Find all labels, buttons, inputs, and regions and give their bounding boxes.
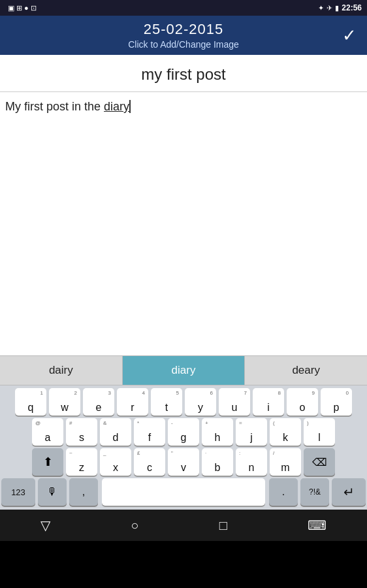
notification-icon-4: ⊡ (31, 4, 37, 12)
key-x[interactable]: _x (100, 448, 131, 476)
period-key[interactable]: . (269, 478, 298, 506)
key-a[interactable]: @a (32, 418, 63, 446)
key-y[interactable]: 6y (185, 388, 216, 416)
key-i[interactable]: 8i (253, 388, 284, 416)
battery-icon: ▮ (335, 4, 339, 12)
key-e[interactable]: 3e (83, 388, 114, 416)
key-r[interactable]: 4r (117, 388, 148, 416)
enter-key[interactable]: ↵ (332, 478, 366, 506)
recents-button[interactable]: □ (219, 518, 227, 533)
back-button[interactable]: ▽ (40, 517, 50, 533)
status-bar: ▣ ⊞ ● ⊡ ✦ ✈ ▮ 22:56 (0, 0, 367, 16)
key-v[interactable]: "v (168, 448, 199, 476)
autocomplete-bar[interactable]: dairy diary deary (0, 355, 367, 385)
keyboard-row-2: @a #s &d *f -g +h =j (k )l (1, 418, 366, 446)
key-u[interactable]: 7u (219, 388, 250, 416)
key-q[interactable]: 1q (15, 388, 46, 416)
airplane-icon: ✈ (327, 4, 332, 12)
key-l[interactable]: )l (304, 418, 335, 446)
notification-icon-2: ⊞ (16, 4, 22, 12)
comma-key[interactable]: , (69, 478, 98, 506)
nav-bar: ▽ ○ □ ⌨ (0, 510, 367, 541)
key-f[interactable]: *f (134, 418, 165, 446)
numbers-key[interactable]: 123 (1, 478, 35, 506)
home-button[interactable]: ○ (131, 518, 138, 533)
keyboard-button[interactable]: ⌨ (308, 517, 327, 533)
mic-key[interactable]: 🎙 (38, 478, 67, 506)
key-n[interactable]: :n (236, 448, 267, 476)
post-body-word: diary (104, 100, 129, 113)
header-date: 25-02-2015 (144, 21, 224, 38)
header-subtitle[interactable]: Click to Add/Change Image (128, 39, 239, 50)
status-left-icons: ▣ ⊞ ● ⊡ (5, 4, 315, 12)
header-bar[interactable]: 25-02-2015 Click to Add/Change Image ✓ (0, 16, 367, 55)
post-title: my first post (0, 55, 367, 91)
key-t[interactable]: 5t (151, 388, 182, 416)
delete-key[interactable]: ⌫ (304, 448, 335, 476)
key-j[interactable]: =j (236, 418, 267, 446)
notification-icon-3: ● (24, 4, 29, 12)
autocomplete-dairy[interactable]: dairy (0, 356, 123, 385)
keyboard-row-1: 1q 2w 3e 4r 5t 6y 7u 8i 9o 0p (1, 388, 366, 416)
key-p[interactable]: 0p (321, 388, 352, 416)
notification-icon-1: ▣ (8, 4, 14, 12)
key-c[interactable]: £c (134, 448, 165, 476)
special-chars-key[interactable]: ?!& (300, 478, 329, 506)
key-w[interactable]: 2w (49, 388, 80, 416)
content-area: my first post My first post in the diary (0, 55, 367, 355)
key-z[interactable]: ~z (66, 448, 97, 476)
key-k[interactable]: (k (270, 418, 301, 446)
key-d[interactable]: &d (100, 418, 131, 446)
keyboard[interactable]: 1q 2w 3e 4r 5t 6y 7u 8i 9o 0p @a #s &d *… (0, 385, 367, 510)
keyboard-row-4: 123 🎙 , . ?!& ↵ (1, 478, 366, 506)
shift-key[interactable]: ⬆ (32, 448, 63, 476)
autocomplete-diary[interactable]: diary (123, 356, 246, 385)
autocomplete-deary[interactable]: deary (245, 356, 367, 385)
text-cursor (129, 100, 131, 113)
bluetooth-icon: ✦ (318, 4, 324, 12)
key-b[interactable]: ·b (202, 448, 233, 476)
confirm-button[interactable]: ✓ (342, 25, 357, 46)
key-h[interactable]: +h (202, 418, 233, 446)
keyboard-row-3: ⬆ ~z _x £c "v ·b :n /m ⌫ (1, 448, 366, 476)
key-o[interactable]: 9o (287, 388, 318, 416)
post-body[interactable]: My first post in the diary (0, 92, 367, 340)
post-body-text: My first post in the diary (5, 100, 129, 113)
space-key[interactable] (102, 478, 265, 506)
key-s[interactable]: #s (66, 418, 97, 446)
status-right-icons: ✦ ✈ ▮ 22:56 (318, 3, 362, 12)
status-time: 22:56 (342, 3, 362, 12)
key-m[interactable]: /m (270, 448, 301, 476)
key-g[interactable]: -g (168, 418, 199, 446)
